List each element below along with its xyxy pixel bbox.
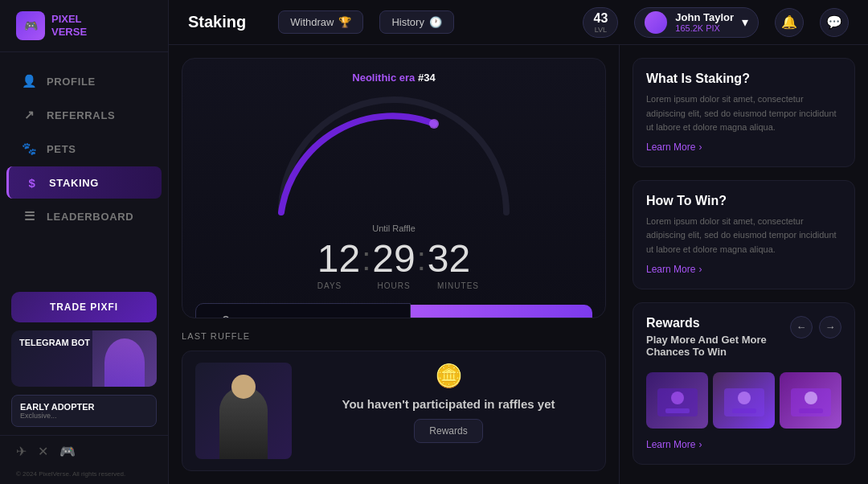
figure-background — [195, 363, 292, 459]
how-to-win-title: How To Win? — [646, 194, 841, 208]
history-button[interactable]: History 🕐 — [379, 10, 453, 34]
how-to-win-learn-more[interactable]: Learn More › — [646, 264, 702, 275]
until-raffle-label: Until Raffle — [182, 224, 605, 233]
right-panel: What Is Staking? Lorem ipsum dolor sit a… — [619, 45, 868, 484]
countdown-labels: DAYS HOURS MINUTES — [182, 281, 605, 290]
discord-icon[interactable]: 🎮 — [59, 444, 76, 459]
connect-wallet-button[interactable]: CONNECT WALLET — [411, 305, 592, 319]
rewards-card: Rewards Play More And Get More Chances T… — [633, 302, 855, 465]
svg-point-5 — [738, 392, 751, 404]
withdraw-button[interactable]: Withdraw 🏆 — [278, 10, 363, 34]
referrals-icon: ↗ — [23, 108, 37, 122]
countdown: 12 : 29 : 32 — [182, 240, 605, 278]
notification-button[interactable]: 🔔 — [775, 8, 804, 37]
days-label: DAYS — [297, 281, 362, 290]
ruffle-figure — [195, 363, 292, 459]
sidebar-item-label: PETS — [47, 143, 76, 155]
arc-container — [182, 92, 605, 220]
empty-icon: 🪙 — [435, 363, 463, 389]
how-to-win-body: Lorem ipsum dolor sit amet, consectetur … — [646, 215, 841, 257]
content: Neolithic era #34 Until Raffle — [169, 45, 868, 484]
sidebar-item-staking[interactable]: $ STAKING — [6, 166, 162, 199]
svg-point-8 — [805, 392, 817, 404]
rewards-prev-button[interactable]: ← — [790, 316, 813, 338]
sidebar-item-referrals[interactable]: ↗ REFERRALS — [6, 99, 162, 131]
sidebar-item-label: REFERRALS — [47, 109, 115, 121]
what-is-staking-learn-more[interactable]: Learn More › — [646, 142, 702, 153]
stake-input-wrap: 0 — [195, 303, 411, 318]
figure-head — [231, 375, 256, 399]
last-ruffle-section: LAST RUFFLE 🪙 You haven't participated i… — [182, 331, 606, 471]
user-chevron-icon: ▾ — [742, 14, 748, 30]
user-info[interactable]: John Taylor 165.2K PIX ▾ — [634, 7, 759, 38]
countdown-hours: 29 — [372, 240, 415, 278]
staking-card: Neolithic era #34 Until Raffle — [182, 58, 606, 318]
center-panel: Neolithic era #34 Until Raffle — [169, 45, 619, 484]
stake-row: 0 CONNECT WALLET — [195, 303, 592, 318]
twitter-icon[interactable]: ✕ — [38, 444, 48, 459]
score-display: 43 LVL — [583, 7, 618, 38]
reward-image-3 — [787, 380, 835, 420]
user-name: John Taylor — [675, 11, 734, 23]
era-label: Neolithic era #34 — [182, 59, 605, 84]
sidebar-nav: 👤 PROFILE ↗ REFERRALS 🐾 PETS $ STAKING ☰… — [0, 52, 168, 284]
how-to-win-card: How To Win? Lorem ipsum dolor sit amet, … — [633, 180, 855, 289]
svg-rect-3 — [665, 408, 690, 413]
sidebar-item-profile[interactable]: 👤 PROFILE — [6, 65, 162, 97]
sidebar-item-pets[interactable]: 🐾 PETS — [6, 133, 162, 165]
minutes-label: MINUTES — [426, 281, 490, 290]
what-is-staking-body: Lorem ipsum dolor sit amet, consectetur … — [646, 92, 841, 135]
countdown-days: 12 — [317, 240, 360, 278]
arrow-right-icon: › — [698, 142, 702, 153]
history-label: History — [391, 16, 424, 28]
telegram-icon[interactable]: ✈ — [16, 444, 27, 459]
figure-person — [219, 387, 268, 459]
early-adopter-title: EARLY ADOPTER — [20, 402, 148, 412]
pets-icon: 🐾 — [23, 142, 37, 156]
reward-thumb-1 — [646, 372, 708, 429]
user-details: John Taylor 165.2K PIX — [675, 11, 734, 33]
svg-rect-6 — [732, 408, 756, 413]
arc-svg — [257, 92, 530, 220]
withdraw-label: Withdraw — [290, 16, 334, 28]
separator-1: : — [360, 243, 372, 275]
ruffle-empty-state: 🪙 You haven't participated in raffles ye… — [305, 363, 592, 443]
what-is-staking-title: What Is Staking? — [646, 72, 841, 86]
trade-pixfi-button[interactable]: TRADE PIXFI — [11, 292, 157, 322]
promo-figure — [104, 338, 145, 387]
settings-icon: 💬 — [826, 14, 842, 30]
rewards-title: Rewards — [646, 316, 790, 330]
rewards-learn-more[interactable]: Learn More › — [646, 439, 702, 450]
main: Staking Withdraw 🏆 History 🕐 43 LVL John… — [169, 0, 868, 484]
sidebar-footer: © 2024 PixelVerse. All rights reserved. — [0, 467, 168, 484]
staking-icon: $ — [25, 175, 39, 190]
reward-thumb-3 — [780, 372, 841, 429]
sidebar: 🎮 PIXELVERSE 👤 PROFILE ↗ REFERRALS 🐾 PET… — [0, 0, 169, 484]
sidebar-item-leaderboard[interactable]: ☰ LEADERBOARD — [6, 200, 162, 232]
promo-image — [92, 330, 157, 387]
reward-image-2 — [720, 380, 768, 420]
avatar — [645, 11, 667, 34]
withdraw-icon: 🏆 — [338, 16, 351, 28]
social-bar: ✈ ✕ 🎮 — [0, 435, 168, 467]
rewards-button[interactable]: Rewards — [414, 419, 482, 443]
rewards-images — [646, 372, 841, 429]
reward-image-1 — [653, 380, 702, 420]
logo-icon: 🎮 — [16, 11, 45, 40]
profile-icon: 👤 — [23, 74, 37, 88]
history-icon: 🕐 — [429, 16, 442, 28]
notification-icon: 🔔 — [781, 14, 797, 30]
stake-input-value[interactable]: 0 — [222, 314, 230, 318]
telegram-bot-promo[interactable]: TELEGRAM BOT — [11, 330, 157, 387]
settings-button[interactable]: 💬 — [820, 8, 849, 37]
separator-2: : — [416, 243, 428, 275]
svg-rect-9 — [799, 408, 823, 413]
logo: 🎮 PIXELVERSE — [0, 0, 168, 52]
arrow-right-icon-2: › — [698, 264, 702, 275]
empty-message: You haven't participated in raffles yet — [342, 397, 555, 411]
promo-label: TELEGRAM BOT — [19, 337, 90, 348]
svg-point-0 — [429, 119, 439, 129]
rewards-next-button[interactable]: → — [819, 316, 841, 338]
arrow-right-icon-3: › — [698, 439, 702, 450]
svg-point-2 — [671, 392, 684, 404]
